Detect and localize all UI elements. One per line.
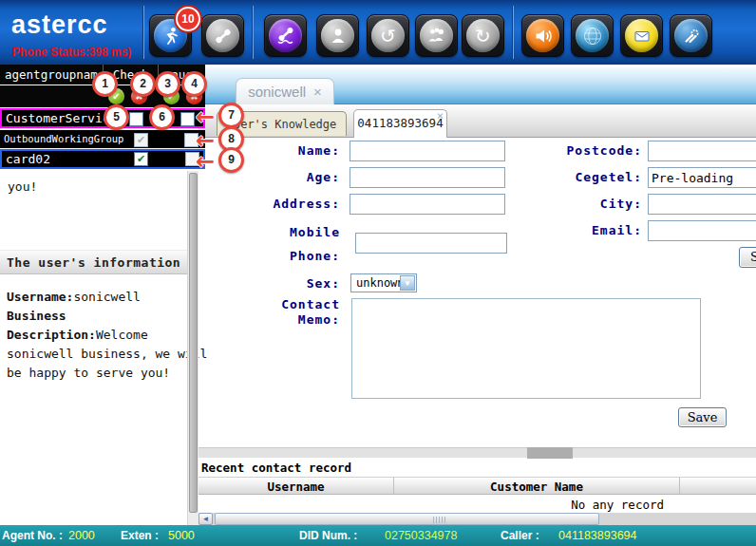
- column-extra: [679, 478, 756, 494]
- address-label: Address:: [245, 197, 340, 212]
- settings-button[interactable]: [670, 14, 712, 57]
- caller-value: 041183893694: [558, 525, 637, 546]
- scrollbar-thumb[interactable]: [215, 513, 599, 525]
- conference-button[interactable]: [415, 14, 458, 57]
- annotation-badge-9: 9: [218, 147, 244, 173]
- chevron-down-icon[interactable]: ▼: [400, 275, 415, 291]
- check-in-checkbox[interactable]: [129, 112, 143, 126]
- recent-contact-title: Recent contact record: [201, 461, 351, 475]
- name-input[interactable]: [350, 141, 505, 161]
- call-button[interactable]: [201, 14, 244, 57]
- annotation-badge-3: 3: [155, 71, 180, 97]
- city-label: City:: [538, 197, 642, 212]
- annotation-badge-2: 2: [130, 71, 156, 97]
- sex-label: Sex:: [245, 276, 340, 292]
- contact-memo-label-line2: Memo:: [245, 312, 340, 328]
- username-value: sonicwell: [73, 290, 140, 304]
- description-line-2: sonicwell business, we will: [7, 347, 207, 361]
- address-input[interactable]: [350, 194, 505, 215]
- scroll-left-icon[interactable]: ◄: [198, 513, 213, 525]
- app-logo: astercc: [11, 10, 108, 40]
- caller-label: Caller :: [501, 525, 539, 546]
- age-label: Age:: [245, 170, 340, 185]
- welcome-text-tail: you!: [8, 179, 37, 194]
- mobile-phone-input[interactable]: [355, 233, 507, 254]
- email-input[interactable]: [648, 220, 756, 241]
- annotation-arrow-icon: ←: [196, 105, 215, 128]
- save-button[interactable]: Save: [678, 407, 727, 427]
- undo-arrow-icon: ↺: [371, 19, 405, 52]
- globe-icon: [576, 19, 609, 52]
- header-bar: astercc Phone Status:398 ms): [0, 0, 756, 65]
- agent-no-value: 2000: [68, 525, 95, 546]
- mobile-phone-label-line2: Phone:: [245, 249, 340, 264]
- email-button[interactable]: [620, 14, 663, 57]
- postcode-input[interactable]: [648, 141, 756, 161]
- column-username: Username: [198, 478, 393, 494]
- pause-checkbox[interactable]: [180, 112, 195, 126]
- exten-label: Exten :: [121, 525, 159, 546]
- sound-button[interactable]: [521, 14, 564, 57]
- name-label: Name:: [245, 143, 340, 159]
- group-name: OutboundWorkingGroup: [4, 130, 123, 148]
- scrollbar-thumb[interactable]: [189, 173, 198, 513]
- transfer-back-button[interactable]: ↺: [367, 14, 409, 57]
- tab-sonicwell[interactable]: sonicwell ×: [236, 78, 334, 104]
- username-line: Username:sonicwell: [7, 290, 141, 304]
- business-line: Business: [7, 309, 66, 323]
- did-num-label: DID Num. :: [299, 525, 357, 546]
- status-bar: Agent No. : 2000 Exten : 5000 DID Num. :…: [0, 525, 756, 546]
- no-record-text: No any record: [198, 498, 664, 512]
- group-name: card02: [6, 151, 50, 167]
- contact-memo-textarea[interactable]: [351, 298, 701, 399]
- check-in-checkbox[interactable]: ✔: [134, 133, 148, 147]
- tab-caller-number-label: 041183893694: [357, 116, 443, 130]
- tools-icon: [674, 19, 708, 52]
- tab-caller-number[interactable]: 041183893694 ×: [353, 109, 447, 138]
- recent-contact-header: Username Customer Name: [198, 477, 756, 495]
- dial-button[interactable]: [264, 14, 307, 57]
- annotation-badge-7: 7: [218, 103, 244, 128]
- toolbar-separator: [143, 6, 144, 59]
- description-label: Description:: [7, 328, 96, 342]
- agent-no-label: Agent No. :: [2, 525, 63, 546]
- contact-memo-label-line1: Contact: [245, 297, 340, 312]
- toolbar-separator: [513, 6, 514, 59]
- transfer-forward-button[interactable]: ↻: [462, 14, 504, 57]
- annotation-badge-5: 5: [104, 104, 129, 130]
- agent-button[interactable]: [316, 14, 359, 57]
- email-label: Email:: [538, 223, 642, 238]
- user-info-section-title: The user's information: [0, 250, 187, 274]
- tab-sonicwell-label: sonicwell: [248, 84, 306, 100]
- phone-handset-icon: [206, 19, 239, 52]
- web-button[interactable]: [571, 14, 614, 57]
- description-line: Description:Welcome: [7, 328, 148, 342]
- check-in-checkbox[interactable]: ✔: [134, 152, 148, 166]
- age-input[interactable]: [350, 167, 505, 188]
- scrollbar-thumb[interactable]: [527, 447, 573, 459]
- save-right-button[interactable]: Save: [739, 247, 756, 268]
- annotation-arrow-icon: ←: [196, 150, 215, 173]
- scrollbar-grip: [433, 517, 446, 523]
- speaker-icon: [526, 19, 559, 52]
- left-panel-scrollbar[interactable]: [187, 171, 198, 525]
- mobile-phone-label-line1: Mobile: [245, 225, 340, 240]
- city-input[interactable]: [648, 194, 756, 215]
- username-label: Username:: [7, 290, 73, 304]
- person-icon: [321, 19, 354, 52]
- table-row-card02: card02 ✔: [0, 149, 205, 169]
- phone-status-text: Phone Status:398 ms): [12, 46, 131, 59]
- cegetel-label: Cegetel:: [538, 170, 642, 185]
- redo-arrow-icon: ↻: [466, 19, 500, 52]
- people-group-icon: [420, 19, 453, 52]
- sex-selected-value: unknown: [356, 276, 405, 290]
- column-customer-name: Customer Name: [393, 478, 679, 494]
- annotation-badge-4: 4: [181, 71, 207, 97]
- cegetel-input[interactable]: [648, 167, 756, 188]
- close-icon[interactable]: ×: [313, 84, 322, 100]
- annotation-badge-6: 6: [149, 104, 175, 130]
- form-horizontal-scrollbar[interactable]: [198, 447, 756, 459]
- envelope-icon: [625, 19, 658, 52]
- sex-select[interactable]: unknown ▼: [350, 273, 417, 292]
- close-icon[interactable]: ×: [437, 110, 444, 122]
